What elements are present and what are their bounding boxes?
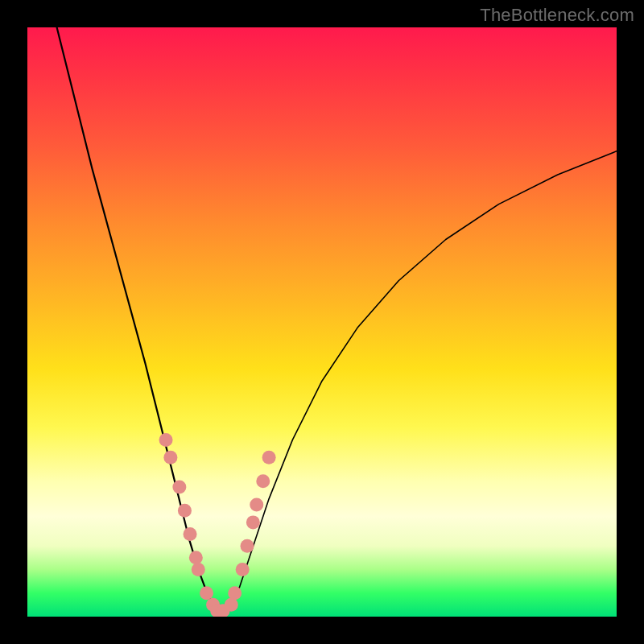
svg-point-5 — [189, 551, 203, 564]
svg-point-14 — [241, 539, 254, 553]
svg-point-18 — [262, 451, 276, 464]
svg-point-1 — [163, 451, 177, 464]
svg-point-3 — [178, 504, 192, 518]
svg-point-6 — [192, 563, 205, 576]
outer-frame: TheBottleneck.com — [0, 0, 644, 644]
right-branch-curve — [228, 151, 617, 611]
svg-point-17 — [256, 474, 270, 488]
plot-area — [27, 27, 617, 617]
svg-point-12 — [228, 586, 242, 600]
svg-point-16 — [250, 497, 263, 511]
curve-layer — [27, 27, 617, 617]
svg-point-0 — [159, 433, 173, 447]
svg-point-15 — [246, 515, 260, 529]
left-branch-curve — [57, 27, 217, 611]
svg-point-13 — [236, 563, 250, 576]
svg-point-7 — [200, 586, 213, 600]
svg-point-11 — [225, 598, 238, 612]
scatter-dots — [159, 433, 276, 617]
svg-point-4 — [184, 527, 197, 541]
watermark-text: TheBottleneck.com — [480, 5, 634, 26]
svg-point-2 — [172, 480, 186, 493]
